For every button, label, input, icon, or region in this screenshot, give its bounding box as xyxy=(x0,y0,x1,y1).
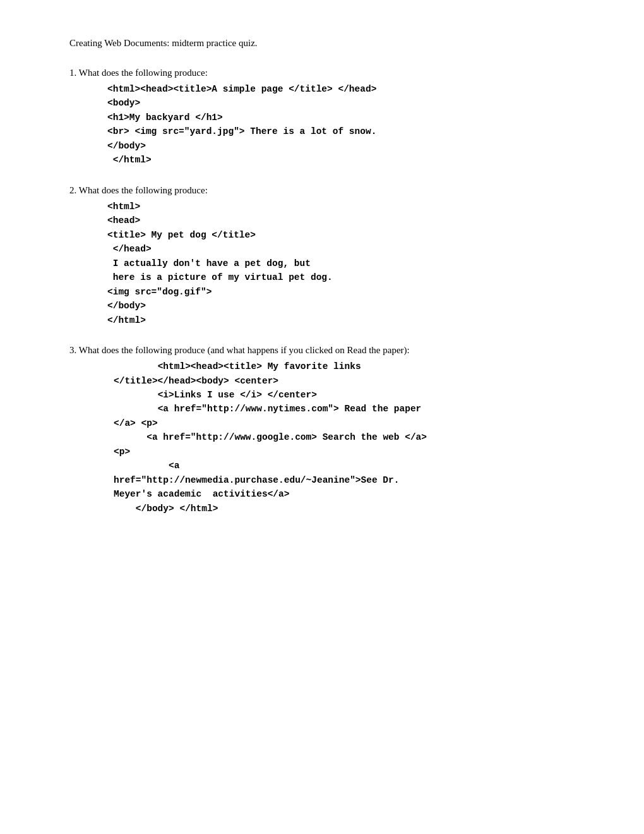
question-3-code: <html><head><title> My favorite links </… xyxy=(114,360,575,516)
page-title: Creating Web Documents: midterm practice… xyxy=(69,38,575,49)
question-3: 3. What does the following produce (and … xyxy=(69,345,575,516)
question-1-label: 1. What does the following produce: xyxy=(69,68,575,78)
page-container: Creating Web Documents: midterm practice… xyxy=(69,38,575,516)
question-3-label: 3. What does the following produce (and … xyxy=(69,345,575,356)
question-1: 1. What does the following produce: <htm… xyxy=(69,68,575,167)
question-2-label: 2. What does the following produce: xyxy=(69,185,575,196)
question-2-code: <html> <head> <title> My pet dog </title… xyxy=(107,200,575,327)
question-2: 2. What does the following produce: <htm… xyxy=(69,185,575,327)
question-1-code: <html><head><title>A simple page </title… xyxy=(107,82,575,167)
